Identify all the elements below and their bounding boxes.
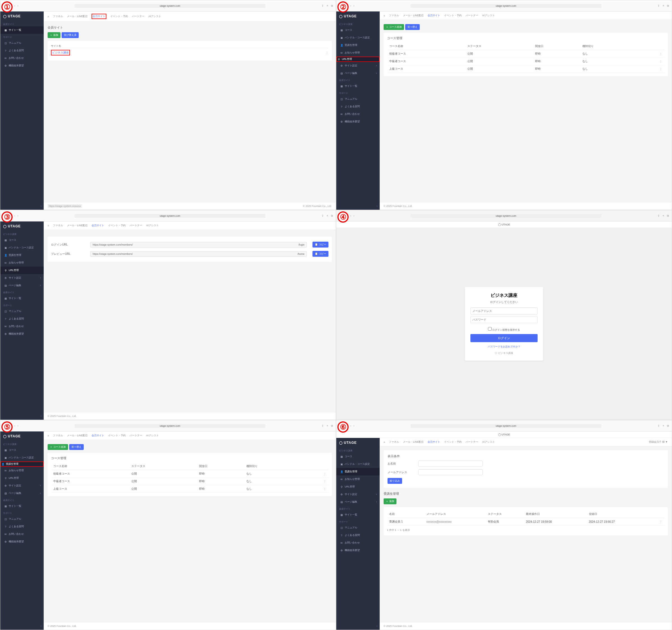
new-tab-icon[interactable]: + — [327, 424, 328, 428]
tab-event[interactable]: イベント・予約 — [444, 14, 462, 17]
nav-forward-icon[interactable]: › — [17, 4, 18, 7]
sidebar-item-course[interactable]: ▦コース — [0, 446, 44, 454]
sidebar-item-site-settings[interactable]: ⚙サイト設定› — [336, 490, 380, 498]
sidebar-item-page-edit[interactable]: ▤ページ編集› — [0, 489, 44, 497]
share-icon[interactable]: ⇪ — [657, 214, 660, 218]
sidebar-item-manual[interactable]: ◫マニュアル — [0, 515, 44, 523]
tabs-icon[interactable]: ⧉ — [667, 4, 669, 7]
tab-mail[interactable]: メール・LINE配信 — [67, 224, 88, 227]
new-tab-icon[interactable]: + — [327, 214, 328, 218]
preview-url-field[interactable]: https://utage-system.com/members//home — [90, 251, 307, 257]
tab-funnel[interactable]: ファネル — [53, 434, 63, 437]
login-button[interactable]: ログイン — [471, 334, 537, 342]
site-link[interactable]: ビジネス講座 — [51, 50, 70, 55]
sidebar-item-page-edit[interactable]: ▤ページ編集› — [336, 69, 380, 77]
site-row[interactable]: ビジネス講座 ⋮ — [51, 48, 329, 57]
sidebar-item-students[interactable]: 👤受講生管理 — [0, 251, 44, 259]
sidebar-item-notice[interactable]: ✉お知らせ管理 — [336, 476, 380, 483]
tab-mail[interactable]: メール・LINE配信 — [67, 434, 88, 437]
sidebar-item-url[interactable]: ⚲URL管理 — [0, 474, 44, 482]
tab-partner[interactable]: パートナー — [130, 434, 142, 437]
sidebar-item-students[interactable]: 👤受講生管理 — [336, 468, 380, 476]
sidebar-item-faq[interactable]: ?よくある質問 — [336, 103, 380, 110]
nav-back-icon[interactable]: ‹ — [14, 424, 15, 427]
sidebar-item-course[interactable]: ▦コース — [336, 26, 380, 34]
tab-ai[interactable]: AIアシスト — [482, 440, 495, 444]
forgot-password-link[interactable]: パスワードをお忘れですか？ — [471, 345, 537, 348]
tab-ai[interactable]: AIアシスト — [148, 15, 161, 18]
tab-mail[interactable]: メール・LINE配信 — [67, 15, 88, 18]
more-icon[interactable]: ⋮ — [302, 478, 329, 485]
nav-back-icon[interactable]: ‹ — [14, 214, 15, 217]
tab-funnel[interactable]: ファネル — [389, 14, 399, 17]
sidebar-item-manual[interactable]: ◫マニュアル — [336, 95, 380, 103]
sidebar-item-page-edit[interactable]: ▤ページ編集› — [0, 282, 44, 289]
tab-mail[interactable]: メール・LINE配信 — [403, 440, 424, 444]
more-icon[interactable]: ⋮ — [326, 51, 329, 54]
nav-back-icon[interactable]: ‹ — [14, 4, 15, 7]
tabs-icon[interactable]: ⧉ — [331, 4, 333, 7]
tab-event[interactable]: イベント・予約 — [108, 434, 126, 437]
sort-button[interactable]: 並び替え済 — [62, 32, 79, 38]
tab-member-site[interactable]: 会員サイト — [92, 224, 104, 227]
sidebar-item-url[interactable]: ⚲URL管理 — [336, 483, 380, 490]
remember-checkbox[interactable]: ログイン状態を保存する — [471, 327, 537, 332]
table-row[interactable]: 上級コース公開即時なし⋮ — [51, 485, 329, 493]
sidebar-item-site-list[interactable]: ▦サイト一覧 — [0, 295, 44, 302]
sidebar-item-site-settings[interactable]: ⚙サイト設定› — [0, 274, 44, 282]
copy-button[interactable]: 📋 コピー — [312, 251, 329, 257]
nav-forward-icon[interactable]: › — [353, 214, 354, 217]
browser-url[interactable]: utage-system.com — [74, 214, 265, 218]
hamburger-icon[interactable]: ≡ — [48, 15, 49, 18]
more-icon[interactable]: ⋮ — [638, 58, 665, 65]
sidebar-item-contact[interactable]: ✉お問い合わせ — [336, 539, 380, 547]
add-button[interactable]: ＋ 追加 — [48, 32, 61, 38]
sidebar-item-faq[interactable]: ?よくある質問 — [0, 315, 44, 322]
sidebar-item-feedback[interactable]: ⚙機能改善要望 — [336, 118, 380, 125]
new-tab-icon[interactable]: + — [663, 4, 664, 7]
tabs-icon[interactable]: ⧉ — [667, 214, 669, 218]
login-url-field[interactable]: https://utage-system.com/members//login — [90, 242, 307, 247]
sidebar-item-notice[interactable]: ✉お知らせ管理 — [0, 259, 44, 267]
sidebar-item-feedback[interactable]: ⚙機能改善要望 — [0, 62, 44, 69]
browser-url[interactable]: utage-system.com — [410, 4, 601, 8]
sidebar-item-course[interactable]: ▦コース — [0, 236, 44, 244]
new-tab-icon[interactable]: + — [663, 214, 664, 218]
nav-forward-icon[interactable]: › — [17, 214, 18, 217]
sidebar-item-bundle[interactable]: ▣バンドル・コース設定 — [336, 460, 380, 468]
more-icon[interactable]: ⋮ — [649, 518, 665, 526]
password-field[interactable] — [471, 316, 537, 323]
add-course-button[interactable]: ＋ コース追加 — [48, 444, 68, 450]
nav-back-icon[interactable]: ‹ — [350, 424, 351, 427]
nav-forward-icon[interactable]: › — [353, 4, 354, 7]
more-icon[interactable]: ⋮ — [302, 470, 329, 478]
tab-partner[interactable]: パートナー — [130, 224, 142, 227]
sidebar-item-notice[interactable]: ✉お知らせ管理 — [0, 467, 44, 474]
tab-funnel[interactable]: ファネル — [53, 15, 63, 18]
table-row[interactable]: 中級者コース公開即時なし⋮ — [387, 58, 665, 65]
sidebar-item-contact[interactable]: ✉お問い合わせ — [0, 322, 44, 330]
tab-member-site[interactable]: 会員サイト — [428, 14, 440, 17]
sidebar-item-contact[interactable]: ✉お問い合わせ — [0, 530, 44, 538]
sidebar-item-contact[interactable]: ✉お問い合わせ — [0, 54, 44, 62]
browser-url[interactable]: utage-system.com — [410, 424, 601, 428]
sidebar-item-faq[interactable]: ?よくある質問 — [336, 531, 380, 539]
more-icon[interactable]: ⋮ — [302, 485, 329, 493]
email-input[interactable] — [418, 469, 483, 475]
tab-event[interactable]: イベント・予約 — [444, 440, 462, 444]
search-button[interactable]: 絞り込み — [387, 478, 402, 484]
sidebar-item-contact[interactable]: ✉お問い合わせ — [336, 110, 380, 118]
user-menu[interactable]: 登録会員子 様 ▼ — [649, 440, 668, 444]
share-icon[interactable]: ⇪ — [657, 4, 660, 7]
sidebar-item-bundle[interactable]: ▣バンドル・コース設定 — [0, 244, 44, 251]
table-row[interactable]: 初級者コース公開即時なし⋮ — [387, 50, 665, 58]
sidebar-item-manual[interactable]: ◫マニュアル — [0, 308, 44, 315]
more-icon[interactable]: ⋮ — [638, 50, 665, 58]
sidebar-item-site-settings[interactable]: ⚙サイト設定› — [336, 62, 380, 69]
share-icon[interactable]: ⇪ — [321, 4, 324, 7]
sidebar-item-url[interactable]: ⚲URL管理 — [336, 56, 380, 62]
tab-funnel[interactable]: ファネル — [389, 440, 399, 444]
table-row[interactable]: 上級コース公開即時なし⋮ — [387, 65, 665, 73]
sidebar-item-url[interactable]: ⚲URL管理 — [0, 267, 44, 274]
tab-ai[interactable]: AIアシスト — [482, 14, 495, 17]
